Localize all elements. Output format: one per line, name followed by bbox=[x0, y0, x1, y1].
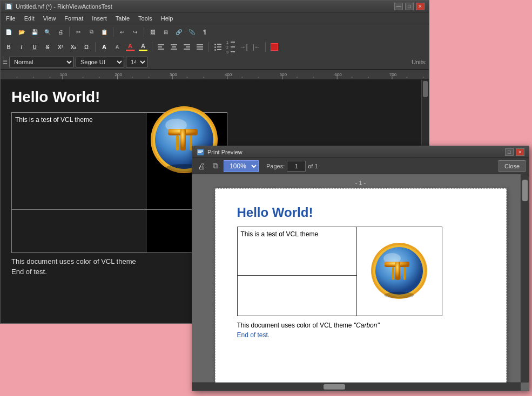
svg-text:400: 400 bbox=[225, 73, 232, 78]
pp-close-button[interactable]: Close bbox=[499, 160, 526, 172]
menu-help[interactable]: Help bbox=[157, 13, 178, 24]
pp-pages-label: Pages: bbox=[266, 163, 285, 169]
cut-button[interactable]: ✂ bbox=[72, 26, 84, 38]
text-bg-color-button[interactable] bbox=[268, 41, 280, 53]
print-preview-window: Print Preview □ ✕ 🖨 ⧉ 100% Pages: of 1 C… bbox=[192, 146, 529, 391]
style-select[interactable]: Normal bbox=[9, 57, 74, 67]
insert-image-button[interactable]: 🖼 bbox=[147, 26, 159, 38]
decrease-indent-button[interactable]: |← bbox=[251, 41, 262, 53]
paragraph-marks-button[interactable]: ¶ bbox=[199, 26, 211, 38]
menu-insert[interactable]: Insert bbox=[87, 13, 111, 24]
pp-zoom-select[interactable]: 100% bbox=[224, 160, 259, 172]
ruler-svg: 100 200 300 400 500 600 700 bbox=[1, 70, 429, 79]
main-window-title: Untitled.rvf (*) - RichViewActionsTest bbox=[16, 3, 112, 10]
pp-window-title: Print Preview bbox=[207, 149, 243, 155]
table-cell-empty-1 bbox=[12, 210, 146, 253]
highlight-button[interactable]: A bbox=[137, 41, 149, 53]
pp-doc-title: Hello World! bbox=[237, 205, 484, 220]
bold-button[interactable]: B bbox=[3, 41, 15, 53]
paste-button[interactable]: 📋 bbox=[98, 26, 110, 38]
pp-maximize-button[interactable]: □ bbox=[505, 148, 514, 156]
superscript-button[interactable]: X² bbox=[55, 41, 66, 53]
pp-table-cell-image bbox=[356, 227, 442, 316]
pp-title-icon bbox=[197, 148, 204, 156]
pp-copy-button[interactable]: ⧉ bbox=[210, 160, 221, 172]
svg-point-26 bbox=[258, 77, 259, 78]
find-button[interactable]: 🔍 bbox=[42, 26, 53, 38]
svg-rect-38 bbox=[180, 129, 186, 151]
font-size-select[interactable]: 14 bbox=[126, 57, 147, 67]
pp-table-cell-empty bbox=[237, 276, 356, 316]
svg-text:300: 300 bbox=[170, 73, 177, 78]
insert-file-button[interactable]: 📎 bbox=[186, 26, 198, 38]
svg-point-20 bbox=[99, 77, 100, 78]
table-cell-1-text: This is a test of VCL theme bbox=[15, 116, 93, 124]
pp-print-button[interactable]: 🖨 bbox=[196, 160, 207, 172]
special-char-button[interactable]: Ω bbox=[80, 41, 92, 53]
doc-title: Hello World! bbox=[11, 88, 418, 106]
pp-page-container: - 1 - Hello World! This is a test of VCL… bbox=[192, 174, 529, 391]
pp-table-cell-text: This is a test of VCL theme bbox=[237, 227, 356, 276]
bullet-list-button[interactable] bbox=[212, 41, 224, 53]
menu-table[interactable]: Table bbox=[111, 13, 134, 24]
menu-tools[interactable]: Tools bbox=[134, 13, 157, 24]
strikethrough-button[interactable]: S bbox=[42, 41, 53, 53]
svg-rect-52 bbox=[392, 267, 394, 280]
menu-edit[interactable]: Edit bbox=[20, 13, 39, 24]
pp-scrollbar-horizontal[interactable] bbox=[192, 383, 521, 391]
pp-body-text: This document uses color of VCL theme "C… bbox=[237, 322, 484, 329]
insert-link-button[interactable]: 🔗 bbox=[173, 26, 185, 38]
font-color-button[interactable]: A bbox=[124, 41, 136, 53]
align-left-button[interactable] bbox=[155, 41, 167, 53]
minimize-button[interactable]: — bbox=[394, 3, 403, 10]
redo-button[interactable]: ↪ bbox=[129, 26, 141, 38]
italic-button[interactable]: I bbox=[16, 41, 28, 53]
copy-button[interactable]: ⧉ bbox=[85, 26, 97, 38]
increase-indent-button[interactable]: →| bbox=[238, 41, 250, 53]
pp-body-text-italic: "Carbon" bbox=[354, 322, 380, 329]
svg-rect-45 bbox=[198, 152, 201, 153]
new-button[interactable]: 📄 bbox=[3, 26, 15, 38]
insert-table-icon: ⊞ bbox=[162, 28, 170, 36]
pp-page-input[interactable] bbox=[287, 161, 306, 172]
pp-of-label: of 1 bbox=[308, 163, 318, 169]
svg-point-21 bbox=[132, 77, 133, 78]
units-label: Units: bbox=[412, 59, 427, 65]
print-button[interactable]: 🖨 bbox=[55, 26, 66, 38]
insert-table-button[interactable]: ⊞ bbox=[160, 26, 172, 38]
open-button[interactable]: 📂 bbox=[16, 26, 28, 38]
underline-button[interactable]: U bbox=[29, 41, 41, 53]
pp-content: - 1 - Hello World! This is a test of VCL… bbox=[192, 174, 529, 391]
svg-point-18 bbox=[49, 77, 50, 78]
align-justify-button[interactable] bbox=[194, 41, 206, 53]
maximize-button[interactable]: □ bbox=[405, 3, 414, 10]
numbered-list-button[interactable]: 1 2 3 bbox=[225, 41, 237, 53]
svg-point-30 bbox=[368, 77, 369, 78]
main-title-bar: 📄 Untitled.rvf (*) - RichViewActionsTest… bbox=[1, 1, 429, 12]
svg-point-29 bbox=[352, 77, 353, 78]
pp-close-title-button[interactable]: ✕ bbox=[516, 148, 524, 156]
pp-scroll-thumb-v[interactable] bbox=[522, 180, 528, 201]
editor-scroll-thumb[interactable] bbox=[423, 81, 428, 97]
svg-text:500: 500 bbox=[279, 73, 287, 78]
align-right-button[interactable] bbox=[181, 41, 193, 53]
menu-file[interactable]: File bbox=[2, 13, 20, 24]
pp-scrollbar-vertical[interactable] bbox=[521, 174, 529, 383]
svg-point-16 bbox=[16, 77, 17, 78]
close-button[interactable]: ✕ bbox=[416, 3, 425, 10]
vcl-logo-preview bbox=[369, 241, 429, 301]
undo-button[interactable]: ↩ bbox=[116, 26, 128, 38]
undo-icon: ↩ bbox=[118, 28, 126, 36]
copy-icon: ⧉ bbox=[87, 28, 95, 36]
font-smaller-button[interactable]: A bbox=[111, 41, 123, 53]
subscript-button[interactable]: X₂ bbox=[68, 41, 79, 53]
menu-bar: File Edit View Format Insert Table Tools… bbox=[1, 12, 429, 24]
font-larger-button[interactable]: A bbox=[98, 41, 110, 53]
menu-view[interactable]: View bbox=[39, 13, 60, 24]
save-button[interactable]: 💾 bbox=[29, 26, 41, 38]
pp-end-text: End of test. bbox=[237, 331, 484, 339]
font-select[interactable]: Segoe UI bbox=[76, 57, 124, 67]
menu-format[interactable]: Format bbox=[60, 13, 87, 24]
align-center-button[interactable] bbox=[168, 41, 180, 53]
pp-scroll-thumb-h[interactable] bbox=[324, 384, 345, 390]
